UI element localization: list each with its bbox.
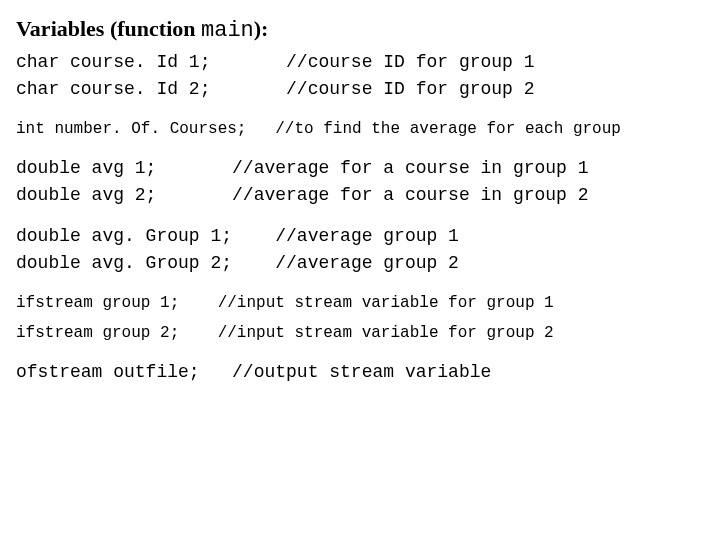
comment: //input stream variable for group 2 <box>218 321 554 345</box>
comment: //course ID for group 2 <box>286 76 534 103</box>
comment: //input stream variable for group 1 <box>218 291 554 315</box>
comment: //average group 1 <box>275 223 459 250</box>
declaration: double avg. Group 2; <box>16 250 232 277</box>
heading-func: main <box>201 18 254 43</box>
pad <box>179 291 217 315</box>
declaration: char course. Id 2; <box>16 76 210 103</box>
pad <box>179 321 217 345</box>
pad <box>232 250 275 277</box>
declaration: double avg. Group 1; <box>16 223 232 250</box>
code-line: ifstream group 2; //input stream variabl… <box>16 321 704 345</box>
declaration: double avg 2; <box>16 182 156 209</box>
pad <box>210 76 286 103</box>
pad <box>246 117 275 141</box>
declaration: char course. Id 1; <box>16 49 210 76</box>
pad <box>210 49 286 76</box>
pad <box>156 155 232 182</box>
code-line: ifstream group 1; //input stream variabl… <box>16 291 704 315</box>
comment: //average for a course in group 2 <box>232 182 588 209</box>
pad <box>156 182 232 209</box>
code-line: double avg. Group 1; //average group 1 <box>16 223 704 250</box>
declaration: ofstream outfile; <box>16 359 200 386</box>
declaration: ifstream group 2; <box>16 321 179 345</box>
code-line: char course. Id 1; //course ID for group… <box>16 49 704 76</box>
comment: //average for a course in group 1 <box>232 155 588 182</box>
code-line: double avg 1; //average for a course in … <box>16 155 704 182</box>
declaration: ifstream group 1; <box>16 291 179 315</box>
declaration: int number. Of. Courses; <box>16 117 246 141</box>
section-heading: Variables (function main): <box>16 12 704 47</box>
comment: //course ID for group 1 <box>286 49 534 76</box>
comment: //output stream variable <box>232 359 491 386</box>
comment: //average group 2 <box>275 250 459 277</box>
heading-prefix: Variables (function <box>16 16 201 41</box>
code-line: ofstream outfile; //output stream variab… <box>16 359 704 386</box>
code-line: double avg 2; //average for a course in … <box>16 182 704 209</box>
code-line: int number. Of. Courses; //to find the a… <box>16 117 704 141</box>
code-line: double avg. Group 2; //average group 2 <box>16 250 704 277</box>
comment: //to find the average for each group <box>275 117 621 141</box>
pad <box>232 223 275 250</box>
code-line: char course. Id 2; //course ID for group… <box>16 76 704 103</box>
heading-suffix: ): <box>254 16 269 41</box>
pad <box>200 359 232 386</box>
declaration: double avg 1; <box>16 155 156 182</box>
